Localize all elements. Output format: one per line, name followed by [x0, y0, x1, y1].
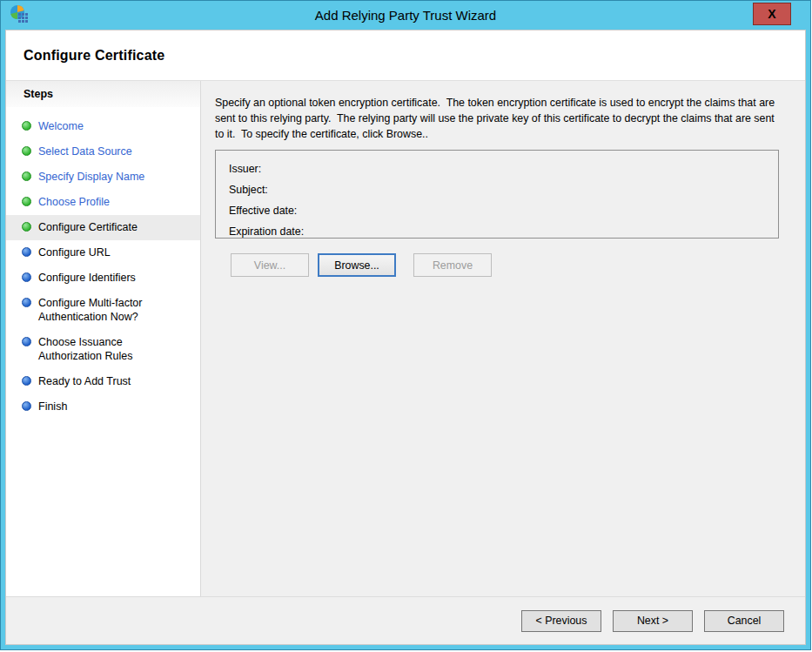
- steps-sidebar: Steps WelcomeSelect Data SourceSpecify D…: [6, 81, 200, 596]
- step-bullet-icon: [22, 121, 31, 131]
- step-item-choose-profile[interactable]: Choose Profile: [6, 190, 200, 215]
- step-item-specify-display-name[interactable]: Specify Display Name: [6, 165, 200, 190]
- previous-button[interactable]: < Previous: [521, 610, 601, 632]
- step-item-configure-certificate: Configure Certificate: [6, 215, 200, 240]
- content-panel: Specify an optional token encryption cer…: [200, 81, 805, 596]
- description-text: Specify an optional token encryption cer…: [215, 95, 779, 142]
- step-item-configure-url: Configure URL: [6, 240, 200, 266]
- step-label[interactable]: Choose Profile: [38, 195, 110, 209]
- step-label[interactable]: Select Data Source: [38, 145, 132, 158]
- step-bullet-icon: [22, 337, 31, 346]
- step-label: Configure Multi-factor Authentication No…: [38, 296, 173, 324]
- step-label: Configure Certificate: [38, 220, 138, 234]
- step-label: Choose Issuance Authorization Rules: [38, 335, 173, 363]
- step-bullet-icon: [22, 298, 31, 307]
- step-bullet-icon: [22, 146, 31, 156]
- certificate-field-label: Expiration date:: [229, 225, 304, 238]
- steps-header: Steps: [6, 81, 200, 107]
- steps-list: WelcomeSelect Data SourceSpecify Display…: [6, 114, 200, 420]
- step-bullet-icon: [22, 401, 31, 411]
- certificate-field-subject: Subject:: [229, 179, 765, 200]
- body-row: Steps WelcomeSelect Data SourceSpecify D…: [6, 81, 805, 596]
- step-bullet-icon: [22, 247, 31, 257]
- step-bullet-icon: [22, 197, 31, 206]
- step-label: Finish: [38, 400, 67, 413]
- step-item-welcome[interactable]: Welcome: [6, 114, 200, 139]
- step-item-configure-identifiers: Configure Identifiers: [6, 266, 200, 291]
- certificate-field-label: Subject:: [229, 184, 268, 196]
- step-label[interactable]: Welcome: [38, 119, 84, 133]
- step-bullet-icon: [22, 376, 31, 386]
- close-button[interactable]: X: [753, 3, 791, 25]
- wizard-window: Add Relying Party Trust Wizard X Configu…: [0, 0, 811, 650]
- step-bullet-icon: [22, 272, 31, 282]
- step-bullet-icon: [22, 171, 31, 181]
- step-label[interactable]: Specify Display Name: [38, 170, 144, 184]
- step-item-ready-to-add-trust: Ready to Add Trust: [6, 369, 200, 394]
- step-label: Configure URL: [38, 245, 111, 259]
- page-title: Configure Certificate: [6, 48, 164, 64]
- step-label: Ready to Add Trust: [38, 374, 131, 388]
- window-title: Add Relying Party Trust Wizard: [5, 1, 806, 30]
- step-item-finish: Finish: [6, 394, 200, 420]
- certificate-info-box: Issuer:Subject:Effective date:Expiration…: [215, 150, 779, 239]
- certificate-field-issuer: Issuer:: [229, 158, 765, 179]
- titlebar: Add Relying Party Trust Wizard X: [5, 1, 806, 30]
- step-item-choose-issuance-authorization-rules: Choose Issuance Authorization Rules: [6, 330, 200, 369]
- step-item-select-data-source[interactable]: Select Data Source: [6, 139, 200, 165]
- screen: Add Relying Party Trust Wizard X Configu…: [0, 0, 812, 652]
- step-bullet-icon: [22, 222, 31, 232]
- view-button: View...: [231, 253, 309, 277]
- certificate-field-expiration-date: Expiration date:: [229, 221, 765, 242]
- certificate-field-label: Effective date:: [229, 205, 297, 217]
- certificate-actions: View...Browse...Remove: [231, 253, 791, 277]
- page-header: Configure Certificate: [6, 30, 805, 81]
- window-body: Configure Certificate Steps WelcomeSelec…: [5, 30, 806, 645]
- step-item-configure-multi-factor-authentication-now: Configure Multi-factor Authentication No…: [6, 291, 200, 330]
- footer-buttons: < PreviousNext >Cancel: [6, 596, 805, 644]
- next-button[interactable]: Next >: [613, 610, 693, 632]
- browse-button[interactable]: Browse...: [318, 253, 396, 277]
- remove-button: Remove: [413, 253, 492, 277]
- certificate-field-label: Issuer:: [229, 163, 261, 175]
- step-label: Configure Identifiers: [38, 271, 136, 285]
- cancel-button[interactable]: Cancel: [704, 610, 784, 632]
- certificate-field-effective-date: Effective date:: [229, 200, 765, 221]
